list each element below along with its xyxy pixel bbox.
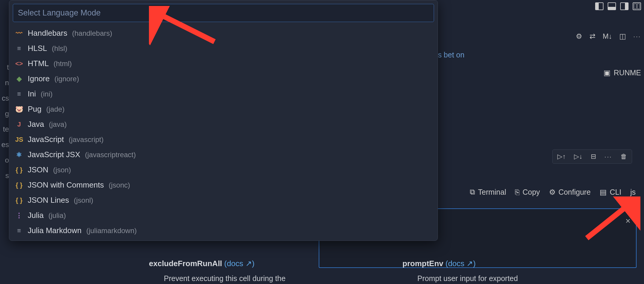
- gutter-fragment: s: [0, 168, 9, 183]
- terminal-icon: ⧉: [470, 188, 475, 196]
- language-name: HLSL: [28, 44, 47, 53]
- doc-panel-exclude: excludeFromRunAll (docs ↗) Prevent execu…: [149, 259, 385, 283]
- runme-button[interactable]: ▣ RUNME: [603, 68, 641, 77]
- delete-cell-icon[interactable]: 🗑: [620, 153, 627, 160]
- language-name: Handlebars: [28, 29, 67, 38]
- language-name: JSON: [28, 165, 48, 174]
- gear-icon[interactable]: ⚙: [576, 32, 582, 40]
- terminal-button[interactable]: ⧉ Terminal: [470, 188, 506, 196]
- language-id: (ignore): [55, 75, 79, 83]
- docs-row: excludeFromRunAll (docs ↗) Prevent execu…: [149, 259, 638, 284]
- language-id: (jade): [46, 105, 64, 113]
- language-mode-picker: 〰Handlebars(handlebars)≡HLSL(hlsl)<>HTML…: [9, 0, 438, 241]
- language-item[interactable]: JSJavaScript(javascript): [13, 132, 433, 147]
- language-item[interactable]: { }JSON Lines(jsonl): [13, 193, 433, 208]
- docs-link[interactable]: (docs ↗): [224, 259, 254, 268]
- configure-button[interactable]: ⚙ Configure: [549, 188, 591, 196]
- language-file-icon: ◆: [15, 75, 23, 83]
- gutter-fragment: cs: [0, 90, 9, 106]
- language-id: (julia): [48, 211, 66, 220]
- language-name: HTML: [28, 59, 49, 68]
- language-id: (jsonc): [109, 181, 130, 189]
- cli-button[interactable]: ▤ CLI: [600, 188, 621, 196]
- docs-link[interactable]: (docs ↗): [445, 259, 475, 268]
- left-gutter-text: tncsgteesos: [0, 60, 9, 183]
- language-name: Ini: [28, 89, 36, 99]
- language-item[interactable]: ≡HLSL(hlsl): [13, 41, 433, 56]
- language-id: (javascript): [69, 135, 103, 144]
- language-item[interactable]: ≡Julia Markdown(juliamarkdown): [13, 223, 433, 238]
- markdown-preview-icon[interactable]: M↓: [603, 32, 612, 40]
- language-badge[interactable]: js: [630, 188, 636, 196]
- doc-panel-promptenv: promptEnv (docs ↗) Prompt user input for…: [402, 259, 638, 283]
- language-item[interactable]: ⚛JavaScript JSX(javascriptreact): [13, 147, 433, 162]
- gutter-fragment: o: [0, 152, 9, 168]
- split-cell-icon[interactable]: ⊟: [591, 153, 596, 160]
- configure-label: Configure: [559, 188, 591, 196]
- language-item[interactable]: ◆Ignore(ignore): [13, 71, 433, 86]
- language-file-icon: ≡: [15, 45, 23, 52]
- language-file-icon: { }: [15, 181, 23, 189]
- quick-input-box: [13, 4, 434, 22]
- language-item[interactable]: <>HTML(html): [13, 56, 433, 71]
- layout-bottom-icon[interactable]: [608, 2, 616, 10]
- language-name: Java: [28, 120, 44, 129]
- layout-right-icon[interactable]: [620, 2, 629, 10]
- language-name: JSON with Comments: [28, 180, 104, 190]
- language-item[interactable]: { }JSON(json): [13, 162, 433, 177]
- language-file-icon: ⋮: [15, 212, 23, 219]
- language-item[interactable]: ≡Ini(ini): [13, 86, 433, 102]
- cell-toolbar: ▷↑ ▷↓ ⊟ ··· 🗑: [552, 149, 632, 164]
- editor-actions-toolbar: ⚙ ⇄ M↓ ◫ ···: [576, 32, 641, 40]
- language-id: (jsonl): [74, 196, 93, 205]
- gear-icon: ⚙: [549, 188, 556, 196]
- doc-desc: Prevent executing this cell during the: [149, 274, 385, 283]
- language-search-input[interactable]: [18, 8, 429, 18]
- language-id: (java): [49, 120, 67, 129]
- language-name: Julia Markdown: [28, 226, 82, 235]
- language-id: (javascriptreact): [85, 151, 136, 159]
- cell-more-icon[interactable]: ···: [604, 153, 612, 160]
- doc-title: excludeFromRunAll: [149, 259, 222, 268]
- gutter-fragment: g: [0, 106, 9, 121]
- language-item[interactable]: JJava(java): [13, 117, 433, 132]
- runme-label: RUNME: [614, 68, 641, 77]
- language-item[interactable]: 〰Handlebars(handlebars): [13, 26, 433, 41]
- cli-label: CLI: [610, 188, 621, 196]
- doc-desc: Prompt user input for exported: [402, 274, 638, 283]
- more-actions-icon[interactable]: ···: [633, 33, 641, 40]
- run-below-icon[interactable]: ▷↓: [574, 153, 582, 160]
- copy-icon: ⎘: [515, 188, 519, 196]
- terminal-label: Terminal: [478, 188, 506, 196]
- gutter-fragment: es: [0, 137, 9, 152]
- language-name: JavaScript JSX: [28, 150, 80, 159]
- gutter-fragment: t: [0, 60, 9, 75]
- layout-grid-icon[interactable]: [633, 2, 641, 10]
- language-item[interactable]: 🐷Pug(jade): [13, 102, 433, 117]
- copy-button[interactable]: ⎘ Copy: [515, 188, 540, 196]
- cli-icon: ▤: [600, 188, 607, 196]
- language-file-icon: <>: [15, 60, 23, 68]
- layout-left-icon[interactable]: [595, 2, 603, 10]
- language-file-icon: JS: [15, 136, 23, 143]
- language-item[interactable]: { }JSON with Comments(jsonc): [13, 177, 433, 193]
- run-above-icon[interactable]: ▷↑: [557, 153, 566, 160]
- language-name: JSON Lines: [28, 196, 69, 205]
- language-id: (hlsl): [52, 44, 67, 53]
- cell-output-actions: ⧉ Terminal ⎘ Copy ⚙ Configure ▤ CLI js: [470, 188, 636, 196]
- language-file-icon: 〰: [15, 29, 23, 37]
- gutter-fragment: n: [0, 75, 9, 90]
- runme-icon: ▣: [603, 68, 611, 77]
- language-file-icon: { }: [15, 196, 23, 204]
- language-id: (ini): [41, 90, 52, 98]
- language-item[interactable]: ⋮Julia(julia): [13, 208, 433, 223]
- close-icon[interactable]: ✕: [625, 217, 631, 225]
- language-id: (json): [53, 166, 71, 174]
- language-file-icon: ≡: [15, 227, 23, 235]
- language-name: Ignore: [28, 74, 50, 83]
- language-file-icon: ⚛: [15, 151, 23, 159]
- split-editor-icon[interactable]: ◫: [619, 32, 626, 40]
- language-file-icon: ≡: [15, 90, 23, 98]
- compare-icon[interactable]: ⇄: [589, 32, 595, 40]
- language-id: (html): [54, 60, 72, 68]
